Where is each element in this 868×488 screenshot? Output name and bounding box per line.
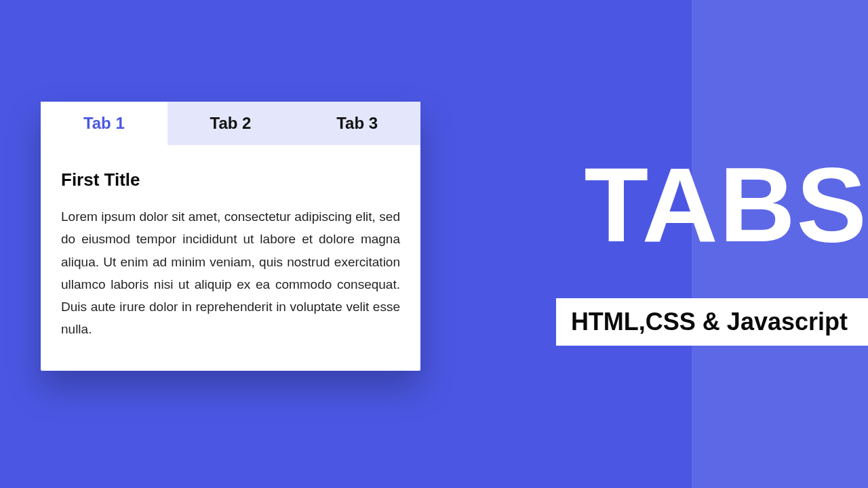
tab-1[interactable]: Tab 1 — [41, 102, 167, 145]
content-title: First Title — [61, 169, 400, 190]
tab-content: First Title Lorem ipsum dolor sit amet, … — [41, 145, 420, 371]
tab-3[interactable]: Tab 3 — [294, 102, 420, 145]
content-body: Lorem ipsum dolor sit amet, consectetur … — [61, 205, 400, 341]
tabs-header: Tab 1 Tab 2 Tab 3 — [41, 102, 420, 145]
hero-title: TABS — [585, 152, 868, 258]
tab-2[interactable]: Tab 2 — [167, 102, 294, 145]
hero-subtitle: HTML,CSS & Javascript — [556, 298, 868, 346]
tabs-card: Tab 1 Tab 2 Tab 3 First Title Lorem ipsu… — [41, 102, 420, 371]
